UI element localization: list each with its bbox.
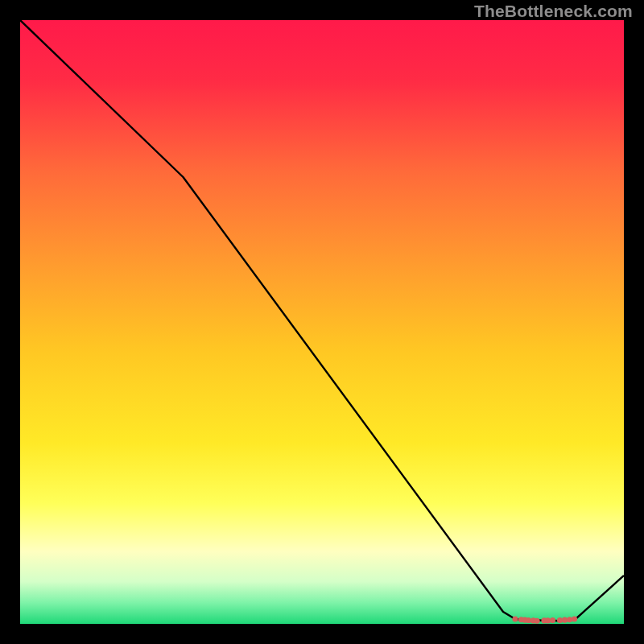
chart-marker — [550, 617, 555, 623]
chart-marker — [512, 616, 518, 621]
chart-background — [20, 20, 624, 624]
chart-marker — [534, 618, 539, 624]
attribution-text: TheBottleneck.com — [474, 2, 633, 21]
chart-plot — [20, 20, 624, 624]
chart-svg — [20, 20, 624, 624]
chart-stage: TheBottleneck.com — [0, 0, 644, 644]
chart-marker — [572, 616, 577, 621]
